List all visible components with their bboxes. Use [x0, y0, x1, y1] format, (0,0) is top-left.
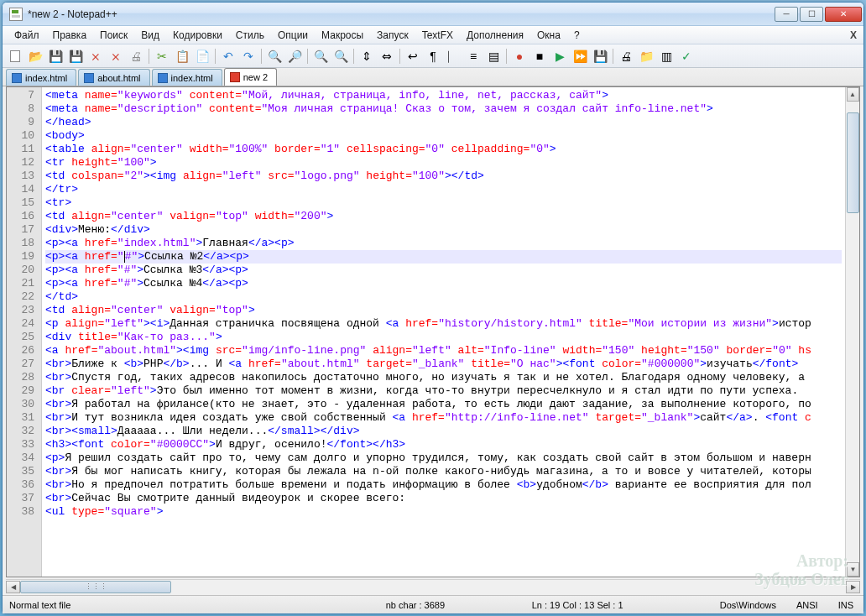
code-line[interactable]: <td colspan="2"><img align="left" src="l… [45, 170, 842, 183]
code-area[interactable]: <meta name="keywords" content="Мой, личн… [42, 87, 845, 577]
menu-windows[interactable]: Окна [530, 28, 567, 43]
code-line[interactable]: <br>Я бы мог написать книгу, которая бы … [45, 465, 842, 478]
sync-h-icon[interactable]: ⇔ [378, 47, 396, 65]
menu-file[interactable]: Файл [8, 28, 46, 43]
save-all-icon[interactable]: 💾 [66, 47, 85, 65]
close-button[interactable]: ✕ [825, 7, 862, 22]
code-line[interactable]: <body> [45, 129, 842, 143]
code-line[interactable]: <meta name="keywords" content="Мой, личн… [45, 89, 842, 102]
minimize-button[interactable]: ─ [775, 7, 798, 22]
copy-icon[interactable]: 📋 [173, 47, 191, 65]
menu-textfx[interactable]: TextFX [415, 28, 460, 43]
menu-style[interactable]: Стиль [229, 28, 271, 43]
menu-search[interactable]: Поиск [93, 28, 134, 43]
close-all-icon[interactable]: ⨯ [107, 47, 125, 65]
code-line[interactable]: <br>Ближе к <b>PHP</b>... И <a href="abo… [45, 358, 842, 371]
menu-view[interactable]: Вид [134, 28, 166, 43]
docmap-icon[interactable]: ▤ [484, 47, 503, 65]
macro-play-multi-icon[interactable]: ⏩ [571, 47, 589, 65]
code-line[interactable]: <br>Но я предпочел потратить больше врем… [45, 478, 842, 492]
code-line[interactable]: <tr height="100"> [45, 156, 842, 170]
hscroll-track[interactable]: ⋮⋮⋮ [20, 581, 846, 593]
scroll-right-icon[interactable]: ▶ [846, 581, 860, 593]
wordwrap-icon[interactable]: ↩ [404, 47, 422, 65]
indent-guide-icon[interactable]: ⎸ [444, 47, 462, 65]
code-line[interactable]: <tr> [45, 196, 842, 210]
close-doc-icon[interactable]: ⨯ [86, 47, 105, 65]
menu-macros[interactable]: Макросы [315, 28, 370, 43]
code-line[interactable]: </head> [45, 116, 842, 129]
code-line[interactable]: </tr> [45, 183, 842, 196]
toolbar-extra2-icon[interactable]: 📁 [637, 47, 655, 65]
code-line[interactable]: <div title="Как-то раз..."> [45, 331, 842, 344]
menu-plugins[interactable]: Дополнения [460, 28, 530, 43]
tab-index-html-1[interactable]: index.html [6, 69, 76, 86]
code-line[interactable]: <a href="about.html"><img src="img/info-… [45, 344, 842, 358]
code-line[interactable]: <ul type="square"> [45, 505, 842, 519]
code-line[interactable]: <br>Сейчас Вы смотрите данный видеоурок … [45, 492, 842, 505]
window-controls: ─ ☐ ✕ [773, 7, 862, 22]
toolbar-extra3-icon[interactable]: ▥ [657, 47, 676, 65]
macro-save-icon[interactable]: 💾 [591, 47, 609, 65]
titlebar[interactable]: *new 2 - Notepad++ ─ ☐ ✕ [3, 3, 863, 26]
paste-icon[interactable]: 📄 [193, 47, 211, 65]
code-line[interactable]: <p><a href="#">Ссылка №4</a><p> [45, 277, 842, 290]
save-icon[interactable]: 💾 [46, 47, 65, 65]
tab-about-html[interactable]: about.html [78, 69, 149, 86]
scroll-left-icon[interactable]: ◀ [6, 581, 20, 593]
tab-new-2[interactable]: new 2 [224, 68, 277, 86]
toolbar-separator [613, 49, 613, 64]
menu-help[interactable]: ? [567, 28, 587, 43]
code-line[interactable]: <br><small>Дааааа... Шли недели...</smal… [45, 425, 842, 438]
code-line[interactable]: <br>И тут возникла идея создать уже свой… [45, 411, 842, 425]
code-line[interactable]: <td align="center" valign="top"> [45, 304, 842, 317]
cut-icon[interactable]: ✂ [153, 47, 171, 65]
menu-options[interactable]: Опции [271, 28, 315, 43]
line-number: 7 [7, 89, 41, 102]
new-file-icon[interactable] [6, 47, 24, 65]
menu-encoding[interactable]: Кодировки [166, 28, 229, 43]
show-all-chars-icon[interactable]: ¶ [424, 47, 442, 65]
code-line[interactable]: <p><a href="#">Ссылка №3</a><p> [45, 264, 842, 277]
code-line[interactable]: <table align="center" width="100%" borde… [45, 143, 842, 156]
undo-icon[interactable]: ↶ [219, 47, 237, 65]
code-line[interactable]: <br>Я работал на фрилансе(кто не знает, … [45, 398, 842, 411]
line-number: 12 [7, 156, 41, 170]
code-line[interactable]: <td align="center" valign="top" width="2… [45, 210, 842, 223]
code-line[interactable]: </td> [45, 290, 842, 304]
zoom-out-icon[interactable]: 🔍 [331, 47, 350, 65]
code-line[interactable]: <p>Я решил создать сайт про то, чему сам… [45, 452, 842, 465]
code-line[interactable]: <div>Меню:</div> [45, 223, 842, 237]
code-line[interactable]: <br clear="left">Это был именно тот моме… [45, 384, 842, 398]
vertical-scrollbar[interactable]: ▲ ▼ [845, 87, 859, 577]
scroll-down-icon[interactable]: ▼ [847, 562, 859, 577]
toolbar-extra1-icon[interactable]: 🖨 [617, 47, 635, 65]
tab-index-html-2[interactable]: index.html [152, 69, 222, 86]
macro-record-icon[interactable]: ● [510, 47, 529, 65]
maximize-button[interactable]: ☐ [800, 7, 823, 22]
horizontal-scroll-thumb[interactable]: ⋮⋮⋮ [20, 581, 171, 593]
code-line[interactable]: <meta name="description" content="Моя ли… [45, 102, 842, 116]
macro-play-icon[interactable]: ▶ [550, 47, 569, 65]
zoom-in-icon[interactable]: 🔍 [311, 47, 330, 65]
code-line[interactable]: <br>Спустя год, таких адресов накопилось… [45, 371, 842, 384]
scroll-up-icon[interactable]: ▲ [847, 87, 859, 102]
find-icon[interactable]: 🔍 [265, 47, 284, 65]
code-line[interactable]: <p align="left"><i>Данная страничка посв… [45, 317, 842, 331]
vertical-scroll-thumb[interactable] [847, 112, 859, 213]
code-line[interactable]: <p><a href="#">Ссылка №2</a><p> [45, 250, 842, 264]
open-file-icon[interactable]: 📂 [26, 47, 44, 65]
menu-run[interactable]: Запуск [370, 28, 415, 43]
macro-stop-icon[interactable]: ■ [530, 47, 549, 65]
code-line[interactable]: <h3><font color="#0000CC">И вдруг, осени… [45, 438, 842, 452]
horizontal-scrollbar[interactable]: ◀ ⋮⋮⋮ ▶ [6, 579, 860, 593]
spellcheck-icon[interactable]: ✓ [677, 47, 696, 65]
sync-v-icon[interactable]: ⇕ [357, 47, 376, 65]
menu-edit[interactable]: Правка [46, 28, 94, 43]
redo-icon[interactable]: ↷ [239, 47, 258, 65]
print-icon[interactable]: 🖨 [127, 47, 145, 65]
userlang-icon[interactable]: ≡ [464, 47, 483, 65]
replace-icon[interactable]: 🔎 [285, 47, 304, 65]
code-line[interactable]: <p><a href="index.html">Главная</a><p> [45, 237, 842, 250]
menu-close-doc-icon[interactable]: X [850, 29, 857, 41]
